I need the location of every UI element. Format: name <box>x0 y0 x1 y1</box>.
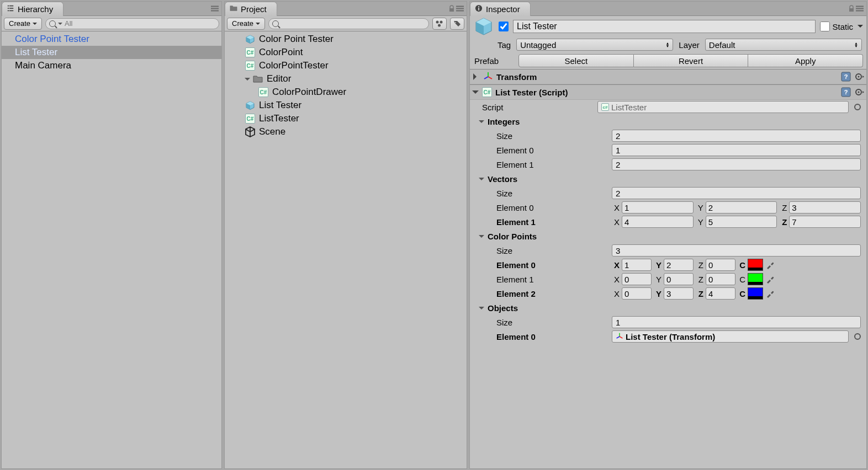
project-item[interactable]: Color Point Tester <box>225 33 467 46</box>
svg-rect-21 <box>856 6 864 7</box>
layer-dropdown[interactable]: Default▲▼ <box>705 39 862 51</box>
element-label: Element 0 <box>496 260 610 270</box>
prefab-revert-button[interactable]: Revert <box>634 54 749 67</box>
project-tab[interactable]: Project <box>225 2 277 16</box>
integers-header-row[interactable]: Integers <box>470 114 866 129</box>
object-picker-icon[interactable] <box>854 333 861 340</box>
project-create-button[interactable]: Create <box>227 18 265 30</box>
panel-menu-icon[interactable] <box>456 5 464 12</box>
hierarchy-tab-label: Hierarchy <box>18 4 53 14</box>
element-label: Element 1 <box>496 217 610 227</box>
project-item-label: Scene <box>259 126 285 137</box>
object-name-input[interactable] <box>513 20 816 33</box>
project-tree: Color Point TesterC#ColorPointC#ColorPoi… <box>225 31 467 468</box>
vector-element-row: Element 0X1Y2Z3 <box>470 200 866 215</box>
help-icon[interactable]: ? <box>841 72 851 82</box>
z-label: Z <box>779 203 787 212</box>
z-input[interactable]: 7 <box>789 216 861 228</box>
colorpoint-element-row: Element 1X0Y0Z0C <box>470 272 866 286</box>
z-input[interactable]: 0 <box>706 273 735 285</box>
color-swatch[interactable] <box>748 287 763 300</box>
project-tab-header: Project <box>225 2 467 16</box>
gear-icon[interactable] <box>854 72 864 82</box>
hierarchy-create-button[interactable]: Create <box>4 18 42 30</box>
filter-by-type-button[interactable] <box>432 18 447 30</box>
hierarchy-tab[interactable]: Hierarchy <box>2 2 63 16</box>
prefab-label: Prefab <box>472 56 518 66</box>
fold-icon[interactable] <box>472 90 479 97</box>
integer-input[interactable]: 2 <box>612 158 861 170</box>
objects-size-input[interactable]: 1 <box>612 316 861 328</box>
y-input[interactable]: 2 <box>706 201 777 213</box>
x-input[interactable]: 1 <box>622 259 652 271</box>
inspector-tab[interactable]: Inspector <box>470 2 531 16</box>
project-item[interactable]: Editor <box>225 72 467 86</box>
object-field[interactable]: List Tester (Transform) <box>612 330 849 343</box>
z-input[interactable]: 0 <box>706 259 735 271</box>
fold-icon[interactable] <box>245 78 250 83</box>
fold-icon[interactable] <box>473 73 480 80</box>
colorpoints-size-input[interactable]: 3 <box>612 244 861 257</box>
x-input[interactable]: 0 <box>622 273 652 285</box>
prefab-apply-button[interactable]: Apply <box>748 54 863 67</box>
active-checkbox[interactable] <box>499 22 509 31</box>
project-item[interactable]: C#ColorPoint <box>225 46 467 59</box>
eyedropper-icon[interactable] <box>765 274 775 284</box>
fold-icon[interactable] <box>479 235 484 241</box>
panel-menu-icon[interactable] <box>210 5 219 12</box>
objects-label: Objects <box>488 303 601 313</box>
integers-size-input[interactable]: 2 <box>612 130 861 142</box>
fold-icon[interactable] <box>479 120 484 126</box>
colorpoints-header-row[interactable]: Color Points <box>470 229 866 243</box>
hierarchy-tree: Color Point TesterList TesterMain Camera <box>2 31 221 468</box>
integer-input[interactable]: 1 <box>612 144 861 156</box>
x-input[interactable]: 1 <box>622 201 694 213</box>
y-input[interactable]: 5 <box>706 216 777 228</box>
project-item[interactable]: List Tester <box>225 99 467 112</box>
transform-component-header[interactable]: Transform ? <box>470 69 866 84</box>
vectors-size-input[interactable]: 2 <box>612 187 861 199</box>
y-input[interactable]: 3 <box>664 287 694 300</box>
prefab-select-button[interactable]: Select <box>518 54 634 67</box>
script-field[interactable]: c# ListTester <box>597 101 849 113</box>
svg-rect-4 <box>9 8 13 9</box>
filter-by-label-button[interactable] <box>450 18 464 30</box>
static-dropdown-icon[interactable] <box>858 25 863 30</box>
x-label: X <box>612 217 620 227</box>
static-toggle[interactable]: Static <box>820 22 853 31</box>
hierarchy-item[interactable]: Color Point Tester <box>2 33 221 46</box>
object-picker-icon[interactable] <box>854 104 861 110</box>
y-input[interactable]: 0 <box>664 273 694 285</box>
color-swatch[interactable] <box>748 259 763 271</box>
project-item[interactable]: Scene <box>225 125 467 138</box>
hierarchy-item[interactable]: Main Camera <box>2 59 221 72</box>
gear-icon[interactable] <box>854 87 864 97</box>
hierarchy-search-input[interactable]: All <box>45 18 219 29</box>
help-icon[interactable]: ? <box>841 87 851 97</box>
eyedropper-icon[interactable] <box>765 260 775 270</box>
tag-dropdown[interactable]: Untagged▲▼ <box>516 39 673 51</box>
lock-icon[interactable] <box>848 5 855 13</box>
element-label: Element 1 <box>496 160 610 169</box>
x-input[interactable]: 0 <box>622 287 652 300</box>
project-search-input[interactable] <box>268 18 429 29</box>
listtester-component-header[interactable]: C# List Tester (Script) ? <box>470 84 866 100</box>
fold-icon[interactable] <box>479 178 484 183</box>
svg-rect-22 <box>856 8 864 9</box>
lock-icon[interactable] <box>448 5 456 13</box>
panel-menu-icon[interactable] <box>855 5 864 12</box>
color-swatch[interactable] <box>748 273 763 285</box>
project-item[interactable]: C#ColorPointTester <box>225 59 467 72</box>
objects-header-row[interactable]: Objects <box>470 301 866 315</box>
project-item[interactable]: C#ColorPointDrawer <box>225 86 467 99</box>
hierarchy-item[interactable]: List Tester <box>2 46 221 59</box>
eyedropper-icon[interactable] <box>765 289 775 298</box>
fold-icon[interactable] <box>479 307 484 312</box>
vectors-header-row[interactable]: Vectors <box>470 172 866 186</box>
z-input[interactable]: 4 <box>706 287 735 300</box>
y-input[interactable]: 2 <box>664 259 694 271</box>
search-icon <box>49 20 56 27</box>
x-input[interactable]: 4 <box>622 216 694 228</box>
z-input[interactable]: 3 <box>789 201 861 213</box>
project-item[interactable]: C#ListTester <box>225 112 467 125</box>
